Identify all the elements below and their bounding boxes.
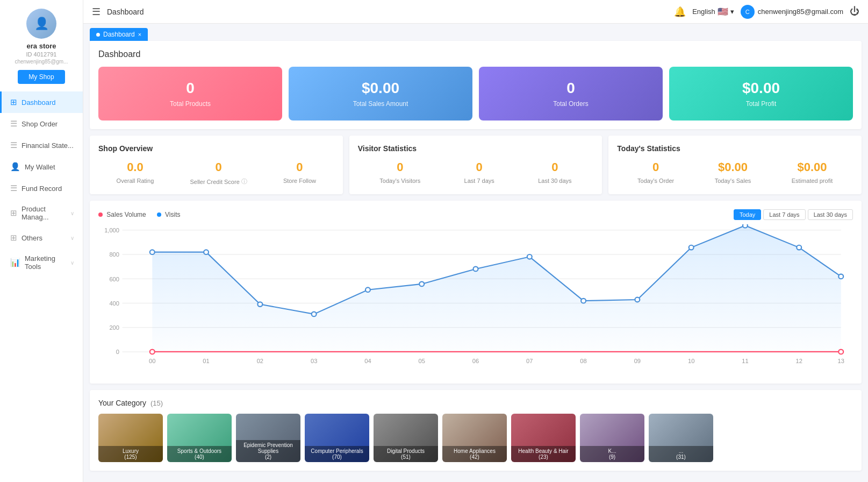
sales-volume-legend: Sales Volume [98, 211, 146, 218]
menu-icon[interactable]: ☰ [92, 6, 101, 18]
total-profit-value: $0.00 [678, 80, 844, 97]
overall-rating-stat: 0.0 Overall Rating [117, 160, 154, 186]
shop-overview-panel: Shop Overview 0.0 Overall Rating 0 Selle… [90, 136, 343, 194]
sales-dot [838, 350, 843, 355]
todays-stats-stats: 0 Today's Order $0.00 Today's Sales $0.0… [617, 160, 853, 184]
last7days-button[interactable]: Last 7 days [763, 209, 805, 220]
today-button[interactable]: Today [734, 209, 761, 220]
dashboard-tab[interactable]: Dashboard × [90, 28, 148, 41]
language-selector[interactable]: English 🇺🇸 ▾ [692, 6, 734, 17]
category-label: Digital Products (51) [374, 446, 438, 462]
total-sales-label: Total Sales Amount [297, 100, 464, 108]
svg-text:09: 09 [634, 358, 641, 365]
visit-dot [743, 224, 748, 228]
chart-header: Sales Volume Visits Today Last 7 days La… [98, 209, 853, 220]
seller-credit-stat: 0 Seller Credit Score ⓘ [190, 160, 247, 186]
my-shop-button[interactable]: My Shop [18, 70, 64, 84]
last30days-button[interactable]: Last 30 days [808, 209, 853, 220]
user-avatar: C [741, 5, 755, 19]
category-card-extra2[interactable]: ... (31) [649, 414, 713, 462]
category-card-sports[interactable]: Sports & Outdoors (40) [167, 414, 232, 462]
todays-sales-stat: $0.00 Today's Sales [715, 160, 751, 184]
category-label: ... (31) [649, 446, 713, 462]
last30-stat: 0 Last 30 days [538, 160, 571, 184]
visit-dot [635, 297, 640, 302]
visits-legend: Visits [157, 211, 181, 218]
svg-text:08: 08 [580, 358, 586, 365]
last7-stat: 0 Last 7 days [464, 160, 494, 184]
lang-chevron-icon: ▾ [730, 8, 734, 16]
sidebar-item-label: Dashboard [21, 98, 74, 107]
category-card-epidemic[interactable]: Epidemic Prevention Supplies (2) [236, 414, 300, 462]
marketing-icon: 📊 [10, 258, 20, 267]
overall-rating-value: 0.0 [117, 160, 154, 174]
sidebar-item-label: Marketing Tools [25, 254, 66, 271]
sidebar-item-label: Fund Record [21, 185, 74, 193]
category-card-luxury[interactable]: Luxury (125) [98, 414, 163, 462]
todays-sales-label: Today's Sales [715, 178, 751, 184]
visits-dot [157, 212, 161, 217]
sidebar-item-dashboard[interactable]: ⊞ Dashboard [0, 91, 83, 113]
sidebar-item-shop-order[interactable]: ☰ Shop Order [0, 113, 83, 134]
visit-dot [689, 245, 694, 250]
visit-dot [312, 312, 317, 317]
category-card-extra1[interactable]: K... (9) [580, 414, 644, 462]
category-label: Luxury (125) [98, 446, 163, 462]
todays-visitors-stat: 0 Today's Visitors [379, 160, 420, 184]
todays-visitors-value: 0 [379, 160, 420, 174]
stats-cards: 0 Total Products $0.00 Total Sales Amoun… [98, 67, 853, 120]
category-card-home[interactable]: Home Appliances (42) [442, 414, 507, 462]
svg-text:02: 02 [257, 358, 263, 365]
tab-close-icon[interactable]: × [138, 31, 141, 38]
financial-icon: ☰ [10, 140, 17, 150]
estimated-profit-stat: $0.00 Estimated profit [792, 160, 833, 184]
user-menu[interactable]: C chenwenjing85@gmail.com [741, 5, 843, 19]
overall-rating-label: Overall Rating [117, 178, 154, 184]
sidebar-nav: ⊞ Dashboard ☰ Shop Order ☰ Financial Sta… [0, 91, 83, 277]
category-label: Home Appliances (42) [442, 446, 507, 462]
total-orders-card: 0 Total Orders [479, 67, 663, 120]
category-label: Sports & Outdoors (40) [167, 446, 232, 462]
seller-credit-label: Seller Credit Score ⓘ [190, 178, 247, 186]
store-name: era store [27, 42, 56, 50]
category-card-computer[interactable]: Computer Peripherals (70) [305, 414, 369, 462]
sidebar-item-financial[interactable]: ☰ Financial State... [0, 134, 83, 156]
visit-dot [257, 302, 262, 307]
sidebar-item-product[interactable]: ⊞ Product Manag... ∨ [0, 199, 83, 227]
logout-icon[interactable]: ⏻ [850, 6, 859, 17]
category-grid: Luxury (125) Sports & Outdoors (40) Epid… [98, 414, 853, 462]
svg-text:06: 06 [472, 358, 479, 365]
bell-icon[interactable]: 🔔 [674, 6, 686, 18]
category-card-digital[interactable]: Digital Products (51) [374, 414, 438, 462]
tab-bar: Dashboard × [83, 24, 868, 41]
sidebar-item-wallet[interactable]: 👤 My Wallet [0, 156, 83, 178]
sidebar-item-fund[interactable]: ☰ Fund Record [0, 178, 83, 199]
svg-text:05: 05 [419, 358, 425, 365]
category-label: Computer Peripherals (70) [305, 446, 369, 462]
svg-text:00: 00 [149, 358, 155, 365]
dashboard-title: Dashboard [98, 49, 853, 59]
estimated-profit-label: Estimated profit [792, 178, 833, 184]
visit-dot [581, 299, 586, 303]
dashboard-icon: ⊞ [10, 97, 17, 107]
sidebar-item-others[interactable]: ⊞ Others ∨ [0, 227, 83, 249]
flag-icon: 🇺🇸 [718, 6, 728, 17]
sidebar-item-marketing[interactable]: 📊 Marketing Tools ∨ [0, 249, 83, 277]
tab-dot [96, 33, 100, 37]
svg-text:800: 800 [109, 251, 119, 258]
total-products-value: 0 [107, 80, 274, 97]
todays-visitors-label: Today's Visitors [379, 178, 420, 184]
svg-text:10: 10 [688, 358, 694, 365]
shop-overview-title: Shop Overview [98, 144, 334, 153]
chart-legend: Sales Volume Visits [98, 211, 181, 218]
chart-container: 1,000 800 600 400 200 0 00 01 02 03 04 0… [98, 224, 853, 375]
last7-value: 0 [464, 160, 494, 174]
svg-text:600: 600 [109, 276, 119, 282]
total-sales-value: $0.00 [297, 80, 464, 97]
sales-dot [150, 350, 155, 355]
todays-stats-title: Today's Statistics [617, 144, 853, 153]
category-card-health[interactable]: Health Beauty & Hair (23) [511, 414, 576, 462]
main-content: ☰ Dashboard 🔔 English 🇺🇸 ▾ C chenwenjing… [83, 0, 868, 482]
svg-text:01: 01 [203, 358, 209, 365]
total-orders-label: Total Orders [487, 100, 654, 108]
